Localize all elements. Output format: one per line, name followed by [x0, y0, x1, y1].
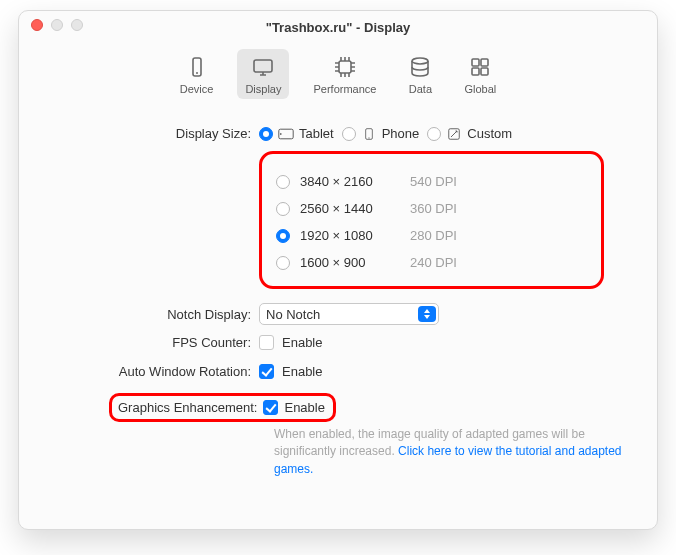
display-size-label: Display Size: — [49, 126, 259, 141]
phone-icon — [361, 128, 377, 140]
data-icon — [408, 55, 432, 79]
svg-rect-19 — [472, 59, 479, 66]
tab-device[interactable]: Device — [172, 49, 222, 99]
graphics-highlight: Graphics Enhancement: Enable — [109, 393, 336, 422]
traffic-lights — [31, 19, 83, 31]
resolution-option-1[interactable]: 2560 × 1440 360 DPI — [276, 195, 577, 222]
fps-checkbox[interactable] — [259, 335, 274, 350]
fps-checkbox-label: Enable — [282, 335, 322, 350]
resolution-option-2[interactable]: 1920 × 1080 280 DPI — [276, 222, 577, 249]
radio-phone[interactable] — [342, 127, 356, 141]
radio-tablet[interactable] — [259, 127, 273, 141]
close-icon[interactable] — [31, 19, 43, 31]
display-size-phone[interactable]: Phone — [342, 126, 420, 141]
tab-performance[interactable]: Performance — [305, 49, 384, 99]
resolution-list-highlight: 3840 × 2160 540 DPI 2560 × 1440 360 DPI … — [259, 151, 604, 289]
graphics-checkbox[interactable] — [263, 400, 278, 415]
resolution-option-0[interactable]: 3840 × 2160 540 DPI — [276, 168, 577, 195]
notch-row: Notch Display: No Notch — [49, 303, 627, 325]
fps-row: FPS Counter: Enable — [49, 335, 627, 350]
svg-point-24 — [280, 133, 281, 134]
tab-display[interactable]: Display — [237, 49, 289, 99]
rotation-checkbox-label: Enable — [282, 364, 322, 379]
global-icon — [468, 55, 492, 79]
svg-rect-2 — [254, 60, 272, 72]
display-size-custom[interactable]: Custom — [427, 126, 512, 141]
device-icon — [185, 55, 209, 79]
resolution-option-3[interactable]: 1600 × 900 240 DPI — [276, 249, 577, 276]
svg-rect-20 — [481, 59, 488, 66]
graphics-help-text: When enabled, the image quality of adapt… — [274, 426, 627, 478]
notch-select-value: No Notch — [266, 307, 320, 322]
notch-select[interactable]: No Notch — [259, 303, 439, 325]
custom-icon — [446, 128, 462, 140]
window-title: "Trashbox.ru" - Display — [19, 14, 657, 35]
graphics-label: Graphics Enhancement: — [118, 400, 257, 415]
radio-res-1[interactable] — [276, 202, 290, 216]
window-panel: "Trashbox.ru" - Display Device Display P… — [18, 10, 658, 530]
rotation-row: Auto Window Rotation: Enable — [49, 364, 627, 379]
radio-res-0[interactable] — [276, 175, 290, 189]
titlebar: "Trashbox.ru" - Display — [19, 11, 657, 39]
content-area: Display Size: Tablet Phone — [19, 106, 657, 488]
display-size-row: Display Size: Tablet Phone — [49, 126, 627, 141]
rotation-checkbox[interactable] — [259, 364, 274, 379]
zoom-icon[interactable] — [71, 19, 83, 31]
svg-point-18 — [412, 58, 428, 64]
radio-custom[interactable] — [427, 127, 441, 141]
svg-rect-22 — [481, 68, 488, 75]
radio-res-3[interactable] — [276, 256, 290, 270]
notch-label: Notch Display: — [49, 307, 259, 322]
display-size-tablet[interactable]: Tablet — [259, 126, 334, 141]
select-arrows-icon — [418, 306, 436, 322]
minimize-icon[interactable] — [51, 19, 63, 31]
tab-global[interactable]: Global — [456, 49, 504, 99]
graphics-row: Graphics Enhancement: Enable — [49, 393, 627, 422]
tablet-icon — [278, 128, 294, 140]
radio-res-2[interactable] — [276, 229, 290, 243]
svg-rect-5 — [339, 61, 351, 73]
toolbar: Device Display Performance Data Global — [19, 39, 657, 106]
rotation-label: Auto Window Rotation: — [49, 364, 259, 379]
tab-data[interactable]: Data — [400, 49, 440, 99]
svg-rect-21 — [472, 68, 479, 75]
display-icon — [251, 55, 275, 79]
fps-label: FPS Counter: — [49, 335, 259, 350]
graphics-checkbox-label: Enable — [284, 400, 324, 415]
performance-icon — [333, 55, 357, 79]
